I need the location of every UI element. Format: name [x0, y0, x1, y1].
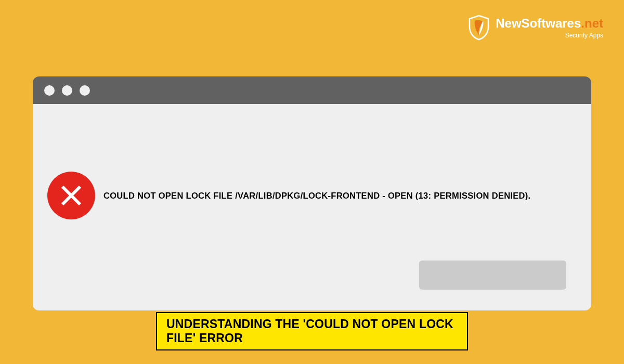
error-message: COULD NOT OPEN LOCK FILE /VAR/LIB/DPKG/L…: [103, 191, 531, 201]
caption-bar: UNDERSTANDING THE 'COULD NOT OPEN LOCK F…: [156, 312, 468, 350]
browser-window: COULD NOT OPEN LOCK FILE /VAR/LIB/DPKG/L…: [33, 76, 591, 310]
window-control-dot[interactable]: [62, 85, 72, 96]
window-control-dot[interactable]: [80, 85, 90, 96]
logo-tagline: Security Apps: [496, 32, 603, 39]
dialog-action-button[interactable]: [419, 261, 566, 290]
logo-brand-right: .net: [581, 16, 603, 31]
shield-icon: [467, 15, 490, 41]
logo-brand-left: NewSoftwares: [496, 16, 581, 31]
window-titlebar: [33, 76, 591, 104]
caption-text: UNDERSTANDING THE 'COULD NOT OPEN LOCK F…: [166, 317, 458, 345]
error-x-icon: [47, 172, 95, 219]
logo-text-block: NewSoftwares.net Security Apps: [496, 16, 603, 39]
window-control-dot[interactable]: [44, 85, 55, 96]
dialog-body: COULD NOT OPEN LOCK FILE /VAR/LIB/DPKG/L…: [33, 104, 591, 310]
brand-logo: NewSoftwares.net Security Apps: [467, 15, 603, 41]
logo-brand: NewSoftwares.net: [496, 16, 603, 31]
error-row: COULD NOT OPEN LOCK FILE /VAR/LIB/DPKG/L…: [47, 172, 531, 219]
